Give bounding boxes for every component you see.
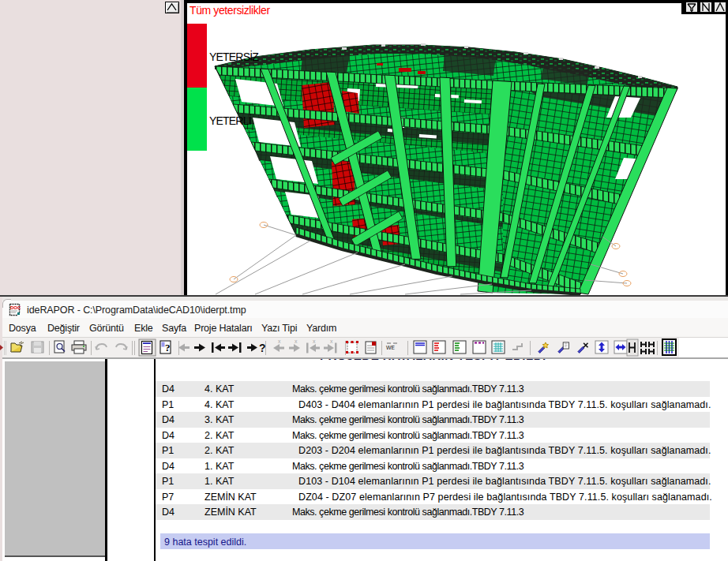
svg-text:x: x	[278, 338, 281, 344]
svg-text:x: x	[295, 338, 298, 344]
svg-text:?: ?	[259, 342, 266, 354]
svg-text:x: x	[330, 338, 333, 344]
svg-text:?: ?	[165, 342, 171, 353]
svg-text:DOC: DOC	[10, 305, 21, 310]
svg-text:x: x	[313, 338, 316, 344]
svg-text:ᴡᴇ: ᴡᴇ	[385, 343, 395, 351]
